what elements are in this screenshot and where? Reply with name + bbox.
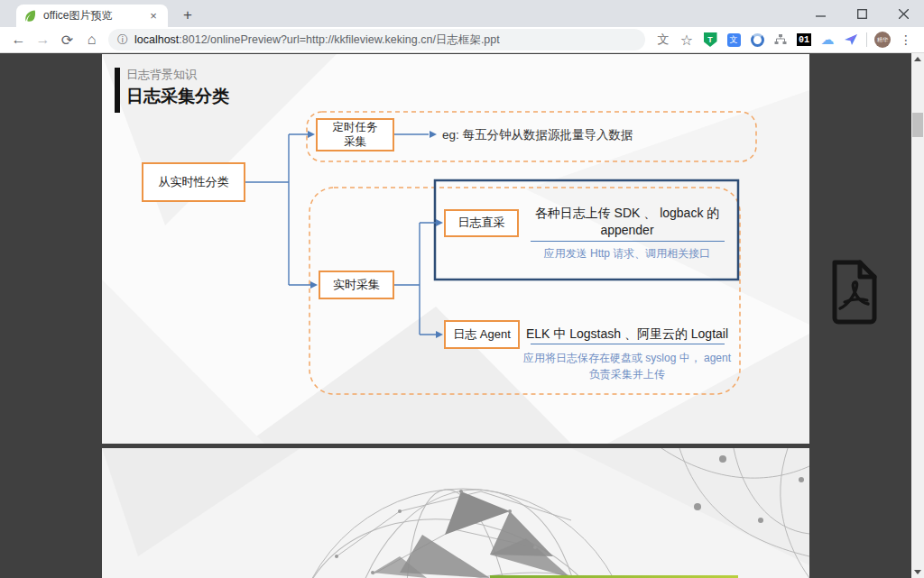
address-bar[interactable]: ⓘ localhost:8012/onlinePreview?url=http:… [108,29,645,50]
timed-task-example: eg: 每五分钟从数据源批量导入数据 [442,127,633,143]
extension-cloud-icon[interactable]: ☁ [817,29,838,50]
scrollbar-thumb[interactable] [912,113,923,137]
node-log-agent: 日志 Agent [444,320,520,349]
reload-button[interactable]: ⟳ [55,28,79,51]
back-button[interactable]: ← [6,28,31,51]
vertical-scrollbar[interactable] [911,53,924,578]
page-info-icon[interactable]: ⓘ [117,32,128,48]
toolbar-separator [866,32,867,47]
extension-01-icon[interactable]: 01 [793,29,815,50]
node-timed-line1: 定时任务 [333,121,378,133]
node-direct-collect: 日志直采 [444,209,519,237]
extension-swirl-icon[interactable] [746,29,768,50]
home-button[interactable]: ⌂ [79,28,104,51]
translate-icon[interactable]: 文 [652,29,674,50]
direct-underline [531,241,725,242]
extension-blue-translate-icon[interactable]: 文 [723,29,744,50]
favicon-leaf-icon [23,9,37,23]
node-realtime: 实时采集 [319,271,394,299]
pdf-file-icon[interactable] [827,258,881,326]
node-timed-task: 定时任务 采集 [316,118,394,151]
maximize-button[interactable] [841,0,882,27]
scrollbar-up-arrow-icon[interactable] [914,57,921,61]
agent-underline [531,344,725,344]
url-host: localhost [134,33,179,46]
extension-sitemap-icon[interactable] [770,29,791,50]
node-root: 从实时性分类 [142,162,245,202]
extension-green-shield-icon[interactable]: T [699,29,721,50]
browser-toolbar: ← → ⟳ ⌂ ⓘ localhost:8012/onlinePreview?u… [0,27,924,53]
url-text: localhost:8012/onlinePreview?url=http://… [134,32,500,48]
slide-1: 日志背景知识 日志采集分类 [102,54,809,444]
forward-button[interactable]: → [31,28,55,51]
bookmark-star-icon[interactable]: ☆ [676,29,698,50]
profile-avatar[interactable]: 精华 [872,29,893,50]
chrome-menu-icon[interactable]: ⋮ [895,29,917,50]
scrollbar-down-arrow-icon[interactable] [914,570,921,574]
slide2-globe-graphic [102,448,809,578]
close-window-button[interactable] [882,0,924,27]
url-path: :8012/onlinePreview?url=http://kkfilevie… [179,33,499,46]
agent-title: ELK 中 Logstash 、阿里云的 Logtail [523,326,731,343]
node-timed-line2: 采集 [344,135,366,148]
direct-collect-title: 各种日志上传 SDK 、 logback 的 appender [523,205,731,239]
direct-collect-note: 应用发送 Http 请求、调用相关接口 [519,245,735,261]
new-tab-button[interactable]: + [177,6,199,24]
browser-tab[interactable]: office图片预览 × [16,5,168,27]
tab-close-icon[interactable]: × [146,9,161,23]
window-titlebar: office图片预览 × + [0,0,924,27]
tab-title: office图片预览 [43,8,146,23]
preview-content-area: 日志背景知识 日志采集分类 [0,53,924,578]
minimize-button[interactable] [799,0,841,27]
slide-2 [102,448,809,578]
agent-note: 应用将日志保存在硬盘或 syslog 中， agent 负责采集并上传 [519,350,735,382]
extension-bird-icon[interactable] [840,29,862,50]
window-controls [799,0,924,27]
